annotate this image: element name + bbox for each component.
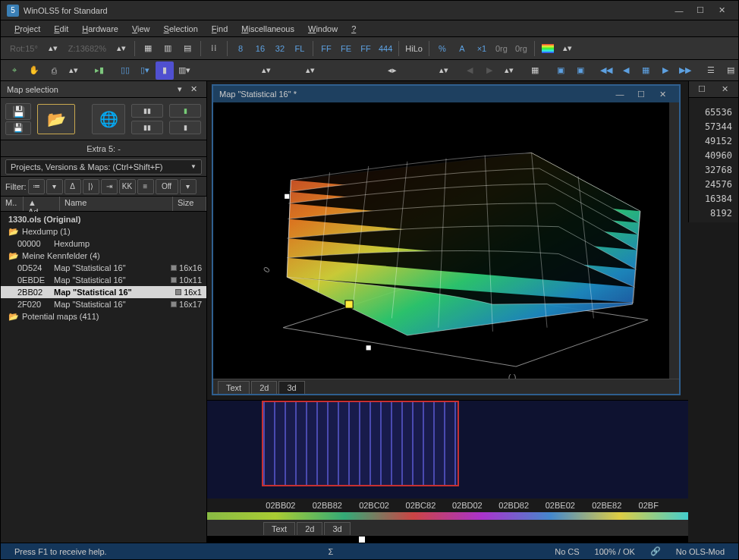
dots-icon[interactable]: ⁞⁞ [205, 39, 223, 58]
updown2[interactable]: ▴▾ [301, 61, 319, 80]
filter-arrow[interactable]: ⇥ [101, 179, 118, 194]
nav-stepper[interactable]: ▴▾ [500, 61, 518, 80]
sm4-icon[interactable]: ▮ [169, 121, 201, 134]
zoom-stepper[interactable]: ▴▾ [112, 39, 131, 58]
mapwin-close[interactable]: ✕ [652, 87, 673, 102]
chip-icon[interactable]: ▦ [526, 61, 544, 80]
save-icon[interactable]: 💾 [5, 103, 31, 120]
menu-edit[interactable]: Edit [48, 23, 74, 35]
x1-button[interactable]: ×1 [473, 39, 491, 58]
btab-3d[interactable]: 3d [324, 522, 350, 535]
surface-vscroll[interactable] [668, 102, 679, 379]
tree-row[interactable]: 0EBDEMap "Statistical 16" 10x11 [1, 274, 206, 286]
filter-off[interactable]: Off [156, 179, 178, 194]
mini-marker[interactable] [359, 536, 365, 543]
target-icon[interactable]: ⌖ [5, 61, 24, 80]
layout1-icon[interactable]: ▯▯ [116, 61, 134, 80]
win1-icon[interactable]: ▣ [552, 61, 570, 80]
updown3[interactable]: ▴▾ [435, 61, 453, 80]
block-icon[interactable]: ▦ [637, 61, 655, 80]
bit8-button[interactable]: 8 [231, 39, 250, 58]
menu-help[interactable]: ? [345, 23, 362, 35]
col-size[interactable]: Size [173, 197, 206, 211]
tree-row[interactable]: 0D524Map "Statistical 16" 16x16 [1, 262, 206, 274]
doc1-icon[interactable]: ▤ [722, 61, 739, 80]
filter-delta[interactable]: Δ [64, 179, 81, 194]
n444-button[interactable]: 444 [376, 39, 395, 58]
menu-window[interactable]: Window [302, 23, 344, 35]
fl-button[interactable]: FL [291, 39, 309, 58]
sm1-icon[interactable]: ▮▮ [131, 104, 163, 118]
maximize-button[interactable]: ☐ [690, 3, 711, 18]
nav-next[interactable]: ▶ [480, 61, 498, 80]
ff-button[interactable]: FF [317, 39, 335, 58]
ff2-button[interactable]: FF [357, 39, 375, 58]
menu-hardware[interactable]: Hardware [76, 23, 124, 35]
panel-icon[interactable]: ▮ [156, 61, 174, 80]
filter-btn1[interactable]: ≔ [28, 179, 45, 194]
stepback-icon[interactable]: ◀ [617, 61, 635, 80]
sm2-icon[interactable]: ▮▮ [131, 121, 163, 134]
tab-2d[interactable]: 2d [251, 381, 277, 394]
tree-row[interactable]: 2F020Map "Statistical 16" 16x17 [1, 298, 206, 310]
tree-row[interactable]: 1330.ols (Original) [1, 213, 206, 225]
sm3-icon[interactable]: ▮ [169, 104, 201, 118]
close-button[interactable]: ✕ [711, 3, 732, 18]
minimize-button[interactable]: — [668, 3, 690, 18]
grid-icon[interactable]: ▦ [139, 39, 157, 58]
org-button[interactable]: 0rg [492, 39, 511, 58]
btab-2d[interactable]: 2d [297, 522, 322, 535]
hex-overview[interactable] [207, 400, 688, 499]
nav-prev[interactable]: ◀ [461, 61, 479, 80]
print-icon[interactable]: ⎙ [45, 61, 63, 80]
layout2-icon[interactable]: ▯▾ [136, 61, 154, 80]
panel-menu-icon[interactable]: ▾ [173, 83, 187, 96]
bars-icon[interactable]: ▥ [159, 39, 177, 58]
menu-find[interactable]: Find [206, 23, 234, 35]
mapwin-max[interactable]: ☐ [631, 87, 652, 102]
stepfwd-icon[interactable]: ▶ [656, 61, 675, 80]
rstrip-max[interactable]: ☐ [693, 82, 711, 97]
surface-3d-view[interactable]: ( ) 0 [213, 102, 679, 379]
btab-text[interactable]: Text [263, 522, 295, 535]
selection-box[interactable] [262, 401, 459, 486]
globe-icon[interactable]: 🌐 [92, 104, 125, 134]
rewind-icon[interactable]: ◀◀ [597, 61, 615, 80]
filter-kk[interactable]: KK [119, 179, 136, 194]
save-all-icon[interactable]: 💾 [5, 121, 31, 135]
hilo-button[interactable]: HiLo [403, 39, 425, 58]
filter-btn2[interactable]: ▾ [46, 179, 63, 194]
bit16-button[interactable]: 16 [251, 39, 269, 58]
bars3-icon[interactable]: ▥▾ [175, 61, 193, 80]
projects-combo[interactable]: Projects, Versions & Maps: (Ctrl+Shift+F… [5, 159, 202, 175]
bars2-icon[interactable]: ▤ [178, 39, 197, 58]
gradient-icon[interactable] [539, 39, 557, 58]
mini-strip[interactable] [207, 535, 688, 543]
text-a-button[interactable]: A [453, 39, 471, 58]
updown1[interactable]: ▴▾ [257, 61, 275, 80]
tree-row[interactable]: 2BB02Map "Statistical 16" 16x1 [1, 286, 206, 298]
tab-text[interactable]: Text [218, 381, 250, 394]
filter-dd[interactable]: ▾ [180, 179, 197, 194]
map-window-titlebar[interactable]: Map "Statistical 16" * — ☐ ✕ [213, 86, 679, 102]
extra-bar[interactable]: Extra 5: - [1, 140, 206, 157]
col-ad[interactable]: ▲ Ad... [24, 197, 60, 211]
map-tree[interactable]: 1330.ols (Original)📂Hexdump (1)00000Hexd… [1, 212, 206, 543]
rot-stepper[interactable]: ▴▾ [44, 39, 62, 58]
percent-button[interactable]: % [433, 39, 451, 58]
win2-icon[interactable]: ▣ [571, 61, 590, 80]
rstrip-close[interactable]: ✕ [717, 82, 734, 97]
leftright1[interactable]: ◂▸ [383, 61, 401, 80]
menu-selection[interactable]: Selection [158, 23, 204, 35]
forward-icon[interactable]: ▶▶ [676, 61, 694, 80]
menu-view[interactable]: View [126, 23, 156, 35]
panel-close-icon[interactable]: ✕ [187, 83, 200, 96]
tab-3d[interactable]: 3d [278, 381, 304, 394]
col-name[interactable]: Name [60, 197, 173, 211]
list-icon[interactable]: ☰ [702, 61, 720, 80]
filter-list[interactable]: ≡ [137, 179, 154, 194]
tree-row[interactable]: 📂Meine Kennfelder (4) [1, 250, 206, 262]
menu-misc[interactable]: Miscellaneous [235, 23, 300, 35]
tree-row[interactable]: 📂Hexdump (1) [1, 225, 206, 238]
bit32-button[interactable]: 32 [271, 39, 289, 58]
